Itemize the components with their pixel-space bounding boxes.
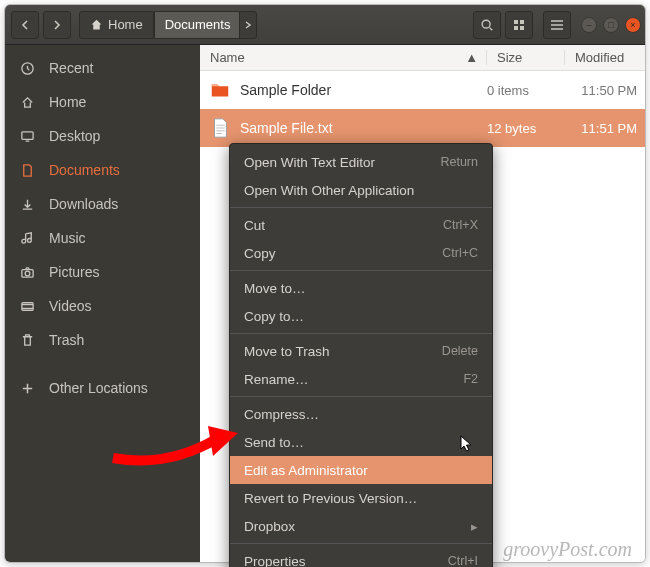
home-icon — [19, 95, 35, 110]
clock-icon — [19, 61, 35, 76]
context-menu-shortcut: Return — [440, 155, 478, 169]
file-name: Sample Folder — [240, 82, 487, 98]
context-menu-item[interactable]: CutCtrl+X — [230, 211, 492, 239]
context-menu-item[interactable]: Copy to… — [230, 302, 492, 330]
column-header-modified[interactable]: Modified — [565, 50, 645, 65]
sidebar-item-label: Home — [49, 94, 86, 110]
context-menu-separator — [230, 333, 492, 334]
context-menu-label: Properties — [244, 554, 306, 568]
context-menu-label: Move to Trash — [244, 344, 330, 359]
context-menu-label: Move to… — [244, 281, 306, 296]
context-menu-separator — [230, 543, 492, 544]
svg-point-8 — [25, 271, 30, 276]
context-menu-item[interactable]: PropertiesCtrl+I — [230, 547, 492, 567]
svg-point-0 — [482, 20, 490, 28]
watermark: groovyPost.com — [503, 538, 632, 561]
hamburger-icon — [550, 19, 564, 31]
column-headers: Name▲ Size Modified — [200, 45, 645, 71]
sidebar-item-label: Other Locations — [49, 380, 148, 396]
context-menu-label: Edit as Administrator — [244, 463, 368, 478]
context-menu-item[interactable]: Send to… — [230, 428, 492, 456]
toolbar: Home Documents – □ × — [5, 5, 645, 45]
context-menu-item[interactable]: Compress… — [230, 400, 492, 428]
video-icon — [19, 299, 35, 314]
context-menu-shortcut: Ctrl+C — [442, 246, 478, 260]
context-menu-shortcut: F2 — [463, 372, 478, 386]
back-button[interactable] — [11, 11, 39, 39]
sidebar-item-label: Desktop — [49, 128, 100, 144]
context-menu-label: Dropbox — [244, 519, 295, 534]
file-modified: 11:51 PM — [565, 121, 645, 136]
minimize-button[interactable]: – — [581, 17, 597, 33]
sidebar-item-label: Recent — [49, 60, 93, 76]
folder-icon — [200, 79, 240, 101]
context-menu-item[interactable]: Dropbox▸ — [230, 512, 492, 540]
context-menu: Open With Text EditorReturnOpen With Oth… — [229, 143, 493, 567]
sidebar-item-pictures[interactable]: Pictures — [5, 255, 200, 289]
forward-button[interactable] — [43, 11, 71, 39]
text-file-icon — [200, 117, 240, 139]
path-current[interactable]: Documents — [154, 11, 242, 39]
context-menu-item[interactable]: Move to… — [230, 274, 492, 302]
path-home-label: Home — [108, 17, 143, 32]
svg-rect-4 — [520, 26, 524, 30]
context-menu-label: Revert to Previous Version… — [244, 491, 417, 506]
cursor-icon — [460, 435, 474, 456]
context-menu-item[interactable]: Revert to Previous Version… — [230, 484, 492, 512]
home-icon — [90, 18, 103, 31]
sidebar-item-recent[interactable]: Recent — [5, 51, 200, 85]
sidebar-item-documents[interactable]: Documents — [5, 153, 200, 187]
context-menu-label: Send to… — [244, 435, 304, 450]
download-icon — [19, 197, 35, 212]
sidebar-item-desktop[interactable]: Desktop — [5, 119, 200, 153]
trash-icon — [19, 333, 35, 348]
camera-icon — [19, 265, 35, 280]
context-menu-separator — [230, 396, 492, 397]
context-menu-item[interactable]: Open With Text EditorReturn — [230, 148, 492, 176]
table-row[interactable]: Sample File.txt 12 bytes 11:51 PM — [200, 109, 645, 147]
path-home[interactable]: Home — [79, 11, 154, 39]
hamburger-menu-button[interactable] — [543, 11, 571, 39]
context-menu-item[interactable]: Move to TrashDelete — [230, 337, 492, 365]
path-overflow-button[interactable] — [239, 11, 257, 39]
file-name: Sample File.txt — [240, 120, 487, 136]
submenu-arrow-icon: ▸ — [471, 519, 478, 534]
column-header-size[interactable]: Size — [487, 50, 565, 65]
sidebar-item-label: Documents — [49, 162, 120, 178]
sidebar-item-trash[interactable]: Trash — [5, 323, 200, 357]
table-row[interactable]: Sample Folder 0 items 11:50 PM — [200, 71, 645, 109]
context-menu-label: Compress… — [244, 407, 319, 422]
context-menu-separator — [230, 270, 492, 271]
document-icon — [19, 163, 35, 178]
sidebar-item-label: Videos — [49, 298, 92, 314]
context-menu-item[interactable]: Rename…F2 — [230, 365, 492, 393]
sidebar-item-videos[interactable]: Videos — [5, 289, 200, 323]
context-menu-item[interactable]: Open With Other Application — [230, 176, 492, 204]
sidebar-item-label: Music — [49, 230, 86, 246]
svg-rect-9 — [21, 302, 32, 310]
search-icon — [480, 18, 494, 32]
context-menu-label: Cut — [244, 218, 265, 233]
context-menu-item[interactable]: Edit as Administrator — [230, 456, 492, 484]
svg-rect-3 — [514, 26, 518, 30]
svg-rect-1 — [514, 20, 518, 24]
context-menu-separator — [230, 207, 492, 208]
close-button[interactable]: × — [625, 17, 641, 33]
file-size: 0 items — [487, 83, 565, 98]
maximize-button[interactable]: □ — [603, 17, 619, 33]
column-header-name[interactable]: Name▲ — [200, 50, 487, 65]
sidebar-item-home[interactable]: Home — [5, 85, 200, 119]
sidebar-item-downloads[interactable]: Downloads — [5, 187, 200, 221]
sidebar-item-label: Pictures — [49, 264, 100, 280]
search-button[interactable] — [473, 11, 501, 39]
context-menu-label: Open With Other Application — [244, 183, 414, 198]
sidebar: Recent Home Desktop Documents Downloads … — [5, 45, 200, 562]
context-menu-shortcut: Ctrl+X — [443, 218, 478, 232]
context-menu-label: Rename… — [244, 372, 309, 387]
desktop-icon — [19, 129, 35, 144]
view-grid-button[interactable] — [505, 11, 533, 39]
sidebar-item-other-locations[interactable]: Other Locations — [5, 371, 200, 405]
context-menu-item[interactable]: CopyCtrl+C — [230, 239, 492, 267]
sidebar-item-music[interactable]: Music — [5, 221, 200, 255]
file-size: 12 bytes — [487, 121, 565, 136]
